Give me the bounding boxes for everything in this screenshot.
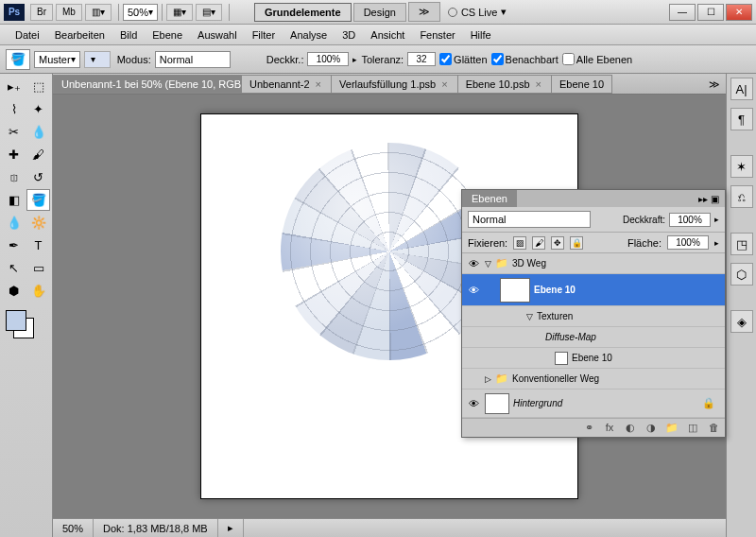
fill-input[interactable] — [667, 235, 709, 250]
doc-tab-1[interactable]: Unbenannt-1 bei 50% (Ebene 10, RGB/8) *× — [53, 75, 242, 94]
stamp-tool[interactable]: ⎅ — [2, 166, 26, 188]
workspace-grundelemente[interactable]: Grundelemente — [254, 3, 352, 22]
menu-bild[interactable]: Bild — [112, 27, 145, 43]
layer-group-konventionell[interactable]: ▷📁 Konventioneller Weg — [462, 369, 725, 390]
visibility-icon[interactable]: 👁 — [466, 258, 481, 269]
marquee-tool[interactable]: ⬚ — [26, 76, 50, 97]
layer-diffusemap[interactable]: Diffuse-Map — [462, 327, 725, 348]
menu-3d[interactable]: 3D — [335, 27, 363, 43]
brush-tool[interactable]: 🖌 — [26, 144, 50, 165]
minimize-button[interactable]: — — [669, 4, 696, 21]
layer-ebene10[interactable]: 👁 Ebene 10 — [462, 274, 725, 306]
path-tool[interactable]: ↖ — [2, 257, 26, 279]
delete-icon[interactable]: 🗑 — [706, 422, 721, 434]
close-icon[interactable]: × — [439, 78, 449, 90]
hand-tool[interactable]: ✋ — [26, 280, 50, 302]
3d-panel-icon[interactable]: ⬡ — [730, 263, 753, 286]
bucket-tool[interactable]: 🪣 — [26, 189, 50, 211]
status-docsize[interactable]: Dok: 1,83 MB/18,8 MB — [94, 519, 218, 537]
visibility-icon[interactable]: 👁 — [466, 398, 481, 409]
layer-group-3dweg[interactable]: 👁 ▽📁 3D Weg — [462, 253, 725, 274]
menu-ebene[interactable]: Ebene — [145, 27, 190, 43]
tool-icon[interactable]: 🪣 — [6, 49, 30, 70]
status-zoom[interactable]: 50% — [53, 519, 94, 537]
menu-bearbeiten[interactable]: Bearbeiten — [47, 27, 112, 43]
close-button[interactable]: ✕ — [726, 4, 752, 21]
contiguous-checkbox[interactable]: Benachbart — [491, 53, 558, 65]
workspace-more[interactable]: ≫ — [408, 2, 440, 22]
color-swatches[interactable] — [2, 306, 50, 344]
layer-texturen[interactable]: ▽ Texturen — [462, 306, 725, 327]
eraser-tool[interactable]: ◧ — [2, 189, 26, 211]
blur-tool[interactable]: 💧 — [2, 212, 26, 234]
menu-datei[interactable]: Datei — [8, 27, 47, 43]
character-panel-icon[interactable]: A| — [730, 78, 753, 100]
paragraph-panel-icon[interactable]: ¶ — [730, 108, 753, 130]
adjustment-icon[interactable]: ◑ — [644, 422, 659, 434]
layers-panel-icon[interactable]: ◈ — [730, 310, 753, 333]
layer-thumbnail[interactable] — [500, 278, 530, 303]
visibility-icon[interactable]: 👁 — [466, 285, 481, 296]
status-arrow[interactable]: ▸ — [218, 519, 244, 537]
cslive-button[interactable]: CS Live ▾ — [440, 6, 515, 18]
shape-tool[interactable]: ▭ — [26, 257, 50, 279]
workspace-design[interactable]: Design — [353, 3, 406, 22]
layer-thumbnail[interactable] — [555, 352, 568, 365]
move-tool[interactable]: ▸₊ — [2, 76, 26, 97]
zoom-combo[interactable]: 50% ▾ — [123, 4, 158, 21]
bridge-button[interactable]: Br — [30, 4, 53, 21]
minibridge-button[interactable]: Mb — [56, 4, 82, 21]
mode-combo[interactable]: Normal — [155, 51, 231, 68]
lasso-tool[interactable]: ⌇ — [2, 98, 26, 120]
layers-tab[interactable]: Ebenen — [462, 190, 517, 207]
menu-auswahl[interactable]: Auswahl — [190, 27, 245, 43]
menu-filter[interactable]: Filter — [245, 27, 283, 43]
clone-panel-icon[interactable]: ⎌ — [730, 185, 753, 208]
wand-tool[interactable]: ✦ — [26, 98, 50, 120]
close-icon[interactable]: × — [534, 78, 543, 90]
new-layer-icon[interactable]: ◫ — [685, 422, 700, 434]
lock-paint-icon[interactable]: 🖌 — [532, 236, 545, 250]
doc-tab-2[interactable]: Unbenannt-2× — [241, 75, 332, 94]
maximize-button[interactable]: ☐ — [697, 4, 724, 21]
doc-tab-4[interactable]: Ebene 10.psb× — [457, 75, 552, 94]
lock-transparency-icon[interactable]: ▨ — [513, 236, 526, 250]
crop-tool[interactable]: ✂ — [2, 121, 26, 143]
eyedropper-tool[interactable]: 💧 — [26, 121, 50, 143]
arrange-button[interactable]: ▦▾ — [166, 4, 193, 21]
screen-mode-button[interactable]: ▥▾ — [85, 4, 112, 21]
doc-tab-5[interactable]: Ebene 10 — [551, 75, 612, 94]
antialias-checkbox[interactable]: Glätten — [439, 53, 487, 65]
lock-move-icon[interactable]: ✥ — [551, 236, 564, 250]
close-icon[interactable]: × — [314, 78, 323, 90]
fill-mode-combo[interactable]: Muster ▾ — [34, 51, 80, 68]
opacity-input[interactable] — [307, 52, 349, 66]
layer-ebene10-sub[interactable]: Ebene 10 — [462, 348, 725, 369]
menu-fenster[interactable]: Fenster — [412, 27, 462, 43]
lock-all-icon[interactable]: 🔒 — [570, 236, 583, 250]
nav-panel-icon[interactable]: ◳ — [730, 233, 753, 255]
tab-overflow[interactable]: ≫ — [703, 76, 726, 94]
extras-button[interactable]: ▤▾ — [196, 4, 222, 21]
group-icon[interactable]: 📁 — [664, 422, 679, 434]
layer-hintergrund[interactable]: 👁 Hintergrund 🔒 — [462, 390, 725, 418]
link-icon[interactable]: ⚭ — [581, 422, 596, 434]
menu-ansicht[interactable]: Ansicht — [363, 27, 412, 43]
menu-analyse[interactable]: Analyse — [283, 27, 335, 43]
dodge-tool[interactable]: 🔆 — [26, 212, 50, 234]
brushes-panel-icon[interactable]: ✶ — [730, 155, 753, 178]
all-layers-checkbox[interactable]: Alle Ebenen — [562, 53, 632, 65]
pen-tool[interactable]: ✒ — [2, 234, 26, 256]
layer-opacity-input[interactable] — [669, 213, 711, 227]
panel-menu-icon[interactable]: ▸▸ ▣ — [693, 194, 725, 204]
layer-thumbnail[interactable] — [485, 393, 509, 414]
blend-mode-combo[interactable]: Normal — [468, 211, 591, 228]
history-brush-tool[interactable]: ↺ — [26, 166, 50, 188]
pattern-picker[interactable]: ▾ — [84, 51, 111, 68]
doc-tab-3[interactable]: Verlaufsfüllung 1.psb× — [331, 75, 458, 94]
fx-icon[interactable]: fx — [602, 422, 617, 434]
type-tool[interactable]: T — [26, 234, 50, 256]
3d-tool[interactable]: ⬢ — [2, 280, 26, 302]
tolerance-input[interactable] — [407, 52, 436, 66]
heal-tool[interactable]: ✚ — [2, 144, 26, 165]
